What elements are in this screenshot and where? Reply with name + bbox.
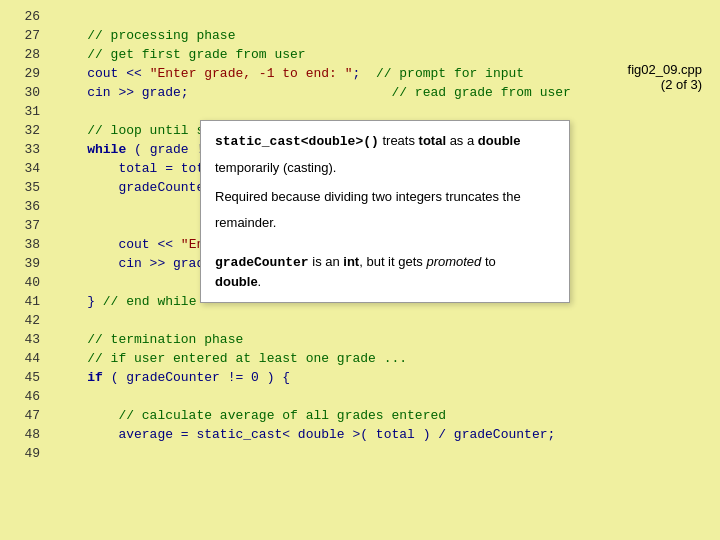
line-number: 37	[8, 217, 40, 236]
line-number: 46	[8, 388, 40, 407]
code-text: if ( gradeCounter != 0 ) {	[56, 369, 290, 388]
tooltip-line4: remainder.	[215, 213, 555, 233]
code-text: } // end while	[56, 293, 196, 312]
code-text: cin >> grade;	[56, 255, 220, 274]
tooltip-code2: gradeCounter	[215, 255, 309, 270]
line-number: 47	[8, 407, 40, 426]
tooltip-line6: double.	[215, 272, 555, 292]
tooltip-italic: promoted	[426, 254, 481, 269]
tooltip-text6: is an	[309, 254, 344, 269]
code-line-26: 26	[0, 8, 720, 27]
code-text: cin >> grade; // read grade from user	[56, 84, 571, 103]
line-number: 41	[8, 293, 40, 312]
line-number: 49	[8, 445, 40, 464]
tooltip-popup: static_cast<double>() treats total as a …	[200, 120, 570, 303]
line-number: 48	[8, 426, 40, 445]
tooltip-code1: static_cast<double>()	[215, 134, 379, 149]
code-text: // if user entered at least one grade ..…	[56, 350, 407, 369]
tooltip-text9: .	[258, 274, 262, 289]
code-line-44: 44 // if user entered at least one grade…	[0, 350, 720, 369]
tooltip-text1: treats	[379, 133, 419, 148]
code-text: // termination phase	[56, 331, 243, 350]
code-line-47: 47 // calculate average of all grades en…	[0, 407, 720, 426]
line-number: 42	[8, 312, 40, 331]
line-number: 33	[8, 141, 40, 160]
tooltip-text8: to	[481, 254, 495, 269]
code-text: // calculate average of all grades enter…	[56, 407, 446, 426]
line-number: 29	[8, 65, 40, 84]
code-text: average = static_cast< double >( total )…	[56, 426, 555, 445]
tooltip-text2: as a	[446, 133, 478, 148]
line-number: 43	[8, 331, 40, 350]
code-line-42: 42	[0, 312, 720, 331]
code-line-43: 43 // termination phase	[0, 331, 720, 350]
code-text: cout << "Enter grade, -1 to end: "; // p…	[56, 65, 524, 84]
line-number: 40	[8, 274, 40, 293]
line-number: 32	[8, 122, 40, 141]
tooltip-text7: , but it gets	[359, 254, 426, 269]
tooltip-bold4: double	[215, 274, 258, 289]
line-number: 39	[8, 255, 40, 274]
line-number: 44	[8, 350, 40, 369]
fig-label: fig02_09.cpp (2 of 3)	[628, 62, 702, 92]
line-number: 38	[8, 236, 40, 255]
tooltip-line5: gradeCounter is an int, but it gets prom…	[215, 252, 555, 273]
tooltip-text3: temporarily (casting).	[215, 160, 336, 175]
tooltip-line1: static_cast<double>() treats total as a …	[215, 131, 555, 152]
line-number: 30	[8, 84, 40, 103]
fig-label-line2: (2 of 3)	[628, 77, 702, 92]
code-text: // get first grade from user	[56, 46, 306, 65]
code-line-27: 27 // processing phase	[0, 27, 720, 46]
line-number: 34	[8, 160, 40, 179]
fig-label-line1: fig02_09.cpp	[628, 62, 702, 77]
code-line-29: 29 cout << "Enter grade, -1 to end: "; /…	[0, 65, 720, 84]
tooltip-text5: remainder.	[215, 215, 276, 230]
code-text: // processing phase	[56, 27, 235, 46]
tooltip-line3: Required because dividing two integers t…	[215, 187, 555, 207]
code-line-49: 49	[0, 445, 720, 464]
tooltip-line2: temporarily (casting).	[215, 158, 555, 178]
code-line-30: 30 cin >> grade; // read grade from user	[0, 84, 720, 103]
tooltip-bold3: int	[343, 254, 359, 269]
tooltip-text4: Required because dividing two integers t…	[215, 189, 521, 204]
code-line-28: 28 // get first grade from user	[0, 46, 720, 65]
line-number: 36	[8, 198, 40, 217]
line-number: 26	[8, 8, 40, 27]
line-number: 35	[8, 179, 40, 198]
line-number: 45	[8, 369, 40, 388]
tooltip-bold2: double	[478, 133, 521, 148]
line-number: 27	[8, 27, 40, 46]
code-line-45: 45 if ( gradeCounter != 0 ) {	[0, 369, 720, 388]
tooltip-bold1: total	[419, 133, 446, 148]
code-line-48: 48 average = static_cast< double >( tota…	[0, 426, 720, 445]
line-number: 28	[8, 46, 40, 65]
line-number: 31	[8, 103, 40, 122]
code-line-46: 46	[0, 388, 720, 407]
